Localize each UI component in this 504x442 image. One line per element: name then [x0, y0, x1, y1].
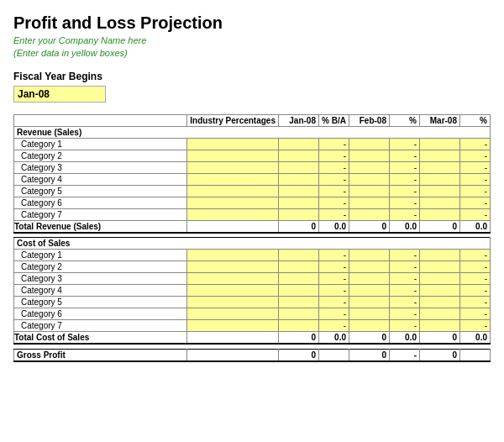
- revenue-total-row: Total Revenue (Sales)00.000.000.0: [14, 220, 491, 233]
- cos-category-row: Category 4---: [14, 285, 491, 297]
- header-label: [14, 114, 187, 126]
- fiscal-year-input[interactable]: Jan-08: [13, 86, 106, 103]
- gross-profit-row: Gross Profit00-0: [14, 349, 491, 361]
- fiscal-label: Fiscal Year Begins: [13, 71, 491, 82]
- header-pct: %: [390, 114, 420, 126]
- revenue-category-row: Category 3---: [14, 161, 491, 173]
- header-mar08: Mar-08: [420, 114, 460, 126]
- cos-total-row: Total Cost of Sales00.000.000.0: [14, 332, 491, 345]
- cos-category-row: Category 2---: [14, 261, 491, 273]
- subtitle: Enter your Company Name here (Enter data…: [13, 34, 491, 61]
- revenue-category-row: Category 7---: [14, 208, 491, 220]
- revenue-category-row: Category 2---: [14, 150, 491, 161]
- header-pct-ba: % B/A: [319, 114, 349, 126]
- cos-category-row: Category 1---: [14, 250, 491, 261]
- header-industry: Industry Percentages: [187, 114, 279, 126]
- revenue-category-row: Category 5---: [14, 185, 491, 197]
- cos-category-row: Category 5---: [14, 297, 491, 308]
- header-jan08: Jan-08: [279, 114, 319, 126]
- revenue-category-row: Category 4---: [14, 173, 491, 185]
- cos-category-row: Category 3---: [14, 273, 491, 285]
- revenue-category-row: Category 1---: [14, 138, 491, 150]
- header-feb08: Feb-08: [349, 114, 390, 126]
- revenue-section-header: Revenue (Sales): [14, 126, 491, 138]
- cos-category-row: Category 7---: [14, 320, 491, 332]
- cos-section-header: Cost of Sales: [14, 238, 491, 250]
- cos-category-row: Category 6---: [14, 308, 491, 320]
- header-pct2: %: [460, 114, 491, 126]
- revenue-category-row: Category 6---: [14, 197, 491, 208]
- page-title: Profit and Loss Projection: [13, 13, 491, 33]
